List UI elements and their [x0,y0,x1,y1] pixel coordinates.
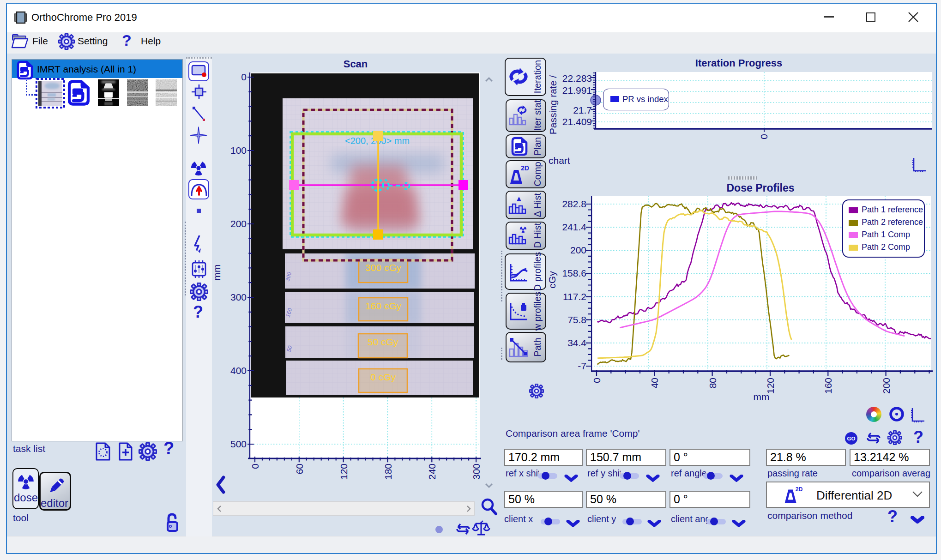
svg-text:180: 180 [383,464,393,480]
svg-text:2D: 2D [521,164,529,172]
svg-text:2D: 2D [796,486,802,493]
svg-text:100: 100 [230,145,247,156]
svg-text:0 cGy: 0 cGy [370,372,396,382]
svg-text:400: 400 [230,365,247,376]
svg-text:240: 240 [427,464,437,480]
svg-text:500: 500 [230,439,247,449]
svg-text:50 cGy: 50 cGy [368,337,398,347]
svg-text:mm: mm [358,481,374,484]
svg-text:0: 0 [250,464,260,469]
svg-text:300: 300 [230,292,247,302]
svg-text:300: 300 [471,464,482,480]
svg-text:0: 0 [241,72,247,82]
svg-text:300 cGy: 300 cGy [365,262,402,273]
svg-text:120: 120 [338,464,349,480]
svg-text:mm: mm [212,265,222,281]
svg-text:200: 200 [230,218,247,229]
svg-text:60: 60 [294,464,305,474]
svg-text:160 cGy: 160 cGy [365,301,402,311]
